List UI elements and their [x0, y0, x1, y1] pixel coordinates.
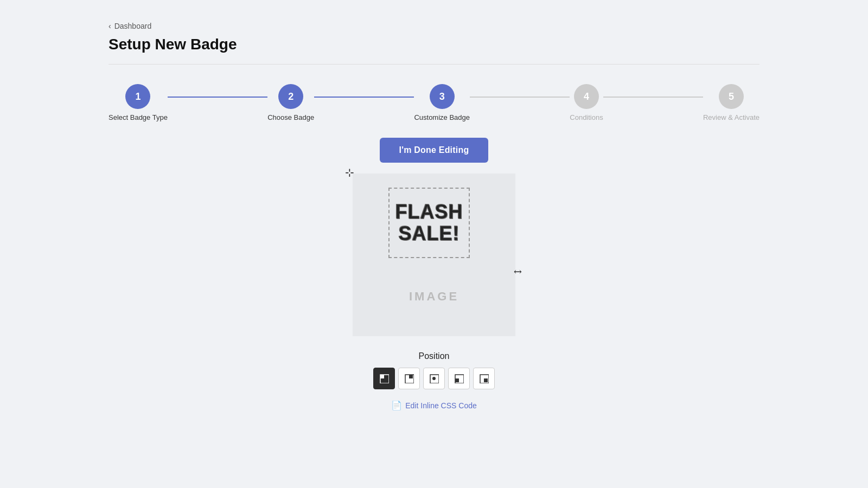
code-icon: 📄: [391, 400, 402, 410]
step-4-circle: 4: [574, 84, 599, 109]
breadcrumb[interactable]: ‹ Dashboard: [108, 22, 760, 30]
svg-rect-8: [484, 378, 488, 382]
step-1[interactable]: 1 Select Badge Type: [108, 84, 168, 121]
step-3-circle: 3: [430, 84, 455, 109]
step-2-label: Choose Badge: [267, 113, 314, 121]
preview-area: ⊹ ⤢ FLASH SALE! IMAGE Position: [108, 174, 760, 410]
step-5-circle: 5: [719, 84, 744, 109]
step-4-label: Conditions: [570, 113, 603, 121]
svg-rect-6: [455, 378, 459, 382]
step-5-label: Review & Activate: [703, 113, 760, 121]
svg-rect-2: [409, 375, 413, 378]
position-bottom-right-button[interactable]: [473, 368, 495, 389]
position-section: Position: [373, 351, 495, 410]
svg-point-4: [432, 377, 436, 380]
position-buttons: [373, 368, 495, 389]
bottom-right-icon: [479, 374, 489, 383]
badge-canvas: FLASH SALE! IMAGE: [353, 174, 515, 336]
breadcrumb-arrow: ‹: [108, 22, 111, 30]
edit-css-link[interactable]: 📄 Edit Inline CSS Code: [391, 400, 477, 410]
move-cursor-icon[interactable]: ⊹: [345, 166, 354, 179]
page-title: Setup New Badge: [108, 36, 760, 53]
step-1-label: Select Badge Type: [108, 113, 168, 121]
step-3-label: Customize Badge: [414, 113, 470, 121]
step-4[interactable]: 4 Conditions: [570, 84, 603, 121]
position-label: Position: [419, 351, 450, 361]
position-top-right-button[interactable]: [398, 368, 420, 389]
step-2[interactable]: 2 Choose Badge: [267, 84, 314, 121]
done-editing-button[interactable]: I'm Done Editing: [380, 138, 489, 163]
center-icon: [429, 374, 439, 383]
badge-text-line2: SALE!: [399, 222, 460, 245]
position-bottom-left-button[interactable]: [448, 368, 470, 389]
badge-text: FLASH SALE!: [395, 201, 463, 244]
top-right-icon: [404, 374, 414, 383]
step-5[interactable]: 5 Review & Activate: [703, 84, 760, 121]
step-1-circle: 1: [125, 84, 150, 109]
svg-rect-0: [380, 375, 384, 378]
breadcrumb-label: Dashboard: [114, 22, 152, 30]
badge-image-label: IMAGE: [409, 290, 459, 304]
connector-4-5: [603, 97, 703, 98]
edit-css-label: Edit Inline CSS Code: [405, 401, 477, 410]
divider: [108, 64, 760, 65]
step-3[interactable]: 3 Customize Badge: [414, 84, 470, 121]
position-center-button[interactable]: [423, 368, 445, 389]
badge-text-overlay[interactable]: FLASH SALE!: [388, 188, 470, 258]
badge-canvas-wrapper: ⊹ ⤢ FLASH SALE! IMAGE: [353, 174, 515, 336]
badge-text-line1: FLASH: [395, 201, 463, 223]
connector-1-2: [168, 97, 267, 98]
top-left-icon: [379, 374, 389, 383]
stepper: 1 Select Badge Type 2 Choose Badge 3 Cus…: [108, 84, 760, 121]
page-container: ‹ Dashboard Setup New Badge 1 Select Bad…: [0, 0, 868, 432]
bottom-left-icon: [454, 374, 464, 383]
connector-2-3: [314, 97, 414, 98]
connector-3-4: [470, 97, 570, 98]
position-top-left-button[interactable]: [373, 368, 395, 389]
step-2-circle: 2: [278, 84, 303, 109]
